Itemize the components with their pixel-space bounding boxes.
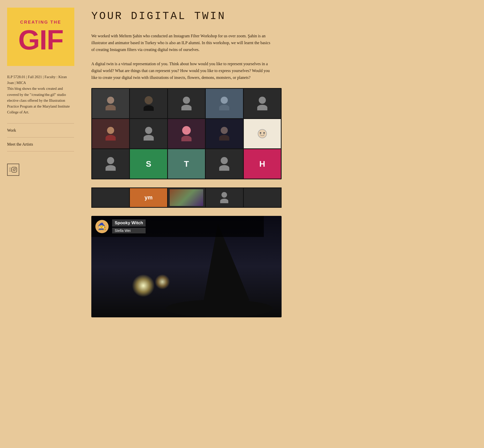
zoom-cell-4-3 — [168, 188, 205, 207]
zoom-cell-4-2: ym — [130, 188, 167, 207]
nav-item-meet-artists[interactable]: Meet the Artists — [7, 137, 74, 151]
logo-gif-text: GIF — [18, 26, 63, 54]
zoom-cell-2-1 — [92, 119, 129, 148]
zoom-cell-2-4 — [206, 119, 243, 148]
svg-rect-0 — [12, 167, 17, 172]
zoom-cell-2-5 — [244, 119, 281, 148]
zoom-cell-2-2 — [130, 119, 167, 148]
intro-paragraph-2: A digital twin is a virtual representati… — [91, 60, 274, 81]
sidebar-nav: Work Meet the Artists — [7, 123, 74, 151]
instagram-post-container: 🧙 Spooky Witch Stella Wei — [91, 216, 282, 317]
zoom-cell-1-5 — [244, 89, 281, 118]
instagram-card: 🧙 Spooky Witch Stella Wei — [91, 216, 282, 317]
zoom-cell-1-4 — [206, 89, 243, 118]
zoom-cell-1-3 — [168, 89, 205, 118]
instagram-image: 🧙 Spooky Witch Stella Wei — [91, 216, 282, 317]
zoom-cell-1-2 — [130, 89, 167, 118]
instagram-icon:  — [9, 166, 11, 173]
svg-point-2 — [15, 168, 16, 169]
sidebar-description: ILP 5728.01 | Fall 2021 | Faculty : Kira… — [7, 74, 74, 115]
zoom-cell-4-5 — [244, 188, 281, 207]
zoom-cell-3-5: H — [244, 149, 281, 179]
sidebar: CREATING THE GIF ILP 5728.01 | Fall 2021… — [0, 0, 81, 448]
zoom-cell-3-3: T — [168, 149, 205, 179]
instagram-avatar: 🧙 — [95, 220, 109, 233]
zoom-cell-4-1 — [92, 188, 129, 207]
zoom-cell-1-1 — [92, 89, 129, 118]
zoom-cell-3-4 — [206, 149, 243, 179]
zoom-cell-2-3 — [168, 119, 205, 148]
instagram-post-subtitle: Stella Wei — [112, 228, 146, 233]
instagram-button[interactable]:  — [7, 164, 19, 176]
glow-1 — [132, 274, 155, 297]
logo-box: CREATING THE GIF — [7, 8, 74, 66]
instagram-header: 🧙 Spooky Witch Stella Wei — [91, 216, 264, 237]
zoom-cell-3-1 — [92, 149, 129, 179]
main-content: YOUR DIGITAL TWIN We worked with Meltem … — [81, 0, 484, 448]
instagram-post-title: Spooky Witch — [112, 219, 146, 227]
zoom-cell-3-2: S — [130, 149, 167, 179]
glow-2 — [155, 274, 170, 289]
instagram-svg-icon — [11, 167, 17, 173]
instagram-info: Spooky Witch Stella Wei — [112, 219, 146, 233]
nav-item-work[interactable]: Work — [7, 123, 74, 137]
zoom-cell-4-4 — [206, 188, 243, 207]
svg-point-1 — [13, 169, 15, 171]
intro-paragraph-1: We worked with Meltem Şahin who conducte… — [91, 32, 274, 53]
zoom-grid: S T H — [91, 88, 282, 179]
page-title: YOUR DIGITAL TWIN — [91, 10, 469, 22]
